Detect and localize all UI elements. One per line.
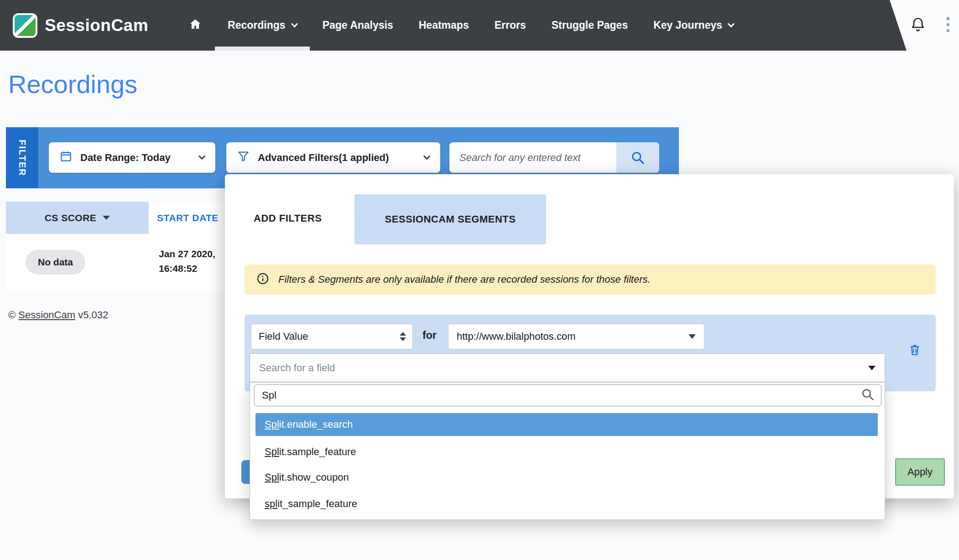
start-date-value: Jan 27 2020, 16:48:52: [159, 247, 215, 276]
chevron-down-icon: [728, 21, 735, 28]
option-match-text: Spl: [265, 419, 279, 430]
notifications-bell-icon[interactable]: [910, 16, 926, 35]
nav-item-page-analysis[interactable]: Page Analysis: [323, 0, 393, 51]
field-option-split-enable-search[interactable]: Split.enable_search: [255, 413, 878, 436]
for-label: for: [422, 329, 437, 342]
select-arrow-icon: [688, 334, 696, 339]
field-type-value: Field Value: [259, 331, 308, 342]
copyright-symbol: ©: [8, 309, 18, 321]
info-banner: Filters & Segments are only available if…: [245, 264, 936, 295]
nav-item-struggle-pages[interactable]: Struggle Pages: [552, 0, 628, 51]
text-search-field: [449, 142, 659, 173]
combobox-arrow-icon: [868, 366, 876, 370]
text-search-input[interactable]: [449, 142, 616, 173]
footer: © SessionCam v5.032: [8, 309, 108, 321]
nav-home[interactable]: [188, 0, 202, 51]
site-select[interactable]: http://www.bilalphotos.com: [448, 324, 704, 349]
option-rest-text: it.sample_feature: [279, 446, 356, 458]
field-dropdown-list: Split.enable_search Split.sample_feature…: [250, 382, 885, 520]
field-option-split-sample-feature-lower[interactable]: split_sample_feature: [255, 493, 878, 515]
cs-score-label: CS SCORE: [45, 213, 97, 223]
start-date-label: START DATE: [157, 213, 219, 223]
advanced-filters-label: Advanced Filters(1 applied): [258, 152, 389, 164]
field-option-split-sample-feature[interactable]: Split.sample_feature: [255, 441, 878, 463]
nav-item-label: Recordings: [228, 19, 286, 31]
field-search-combobox[interactable]: Search for a field: [250, 353, 885, 382]
nav-item-label: Page Analysis: [323, 19, 393, 31]
brand-name: SessionCam: [45, 16, 148, 35]
page: SessionCam Recordings Page Analysis Heat…: [0, 0, 959, 560]
option-rest-text: it_sample_feature: [277, 498, 357, 510]
funnel-icon: [237, 150, 250, 165]
date-range-button[interactable]: Date Range: Today: [49, 142, 215, 173]
nav-item-label: Heatmaps: [419, 19, 469, 31]
kebab-menu-icon[interactable]: [945, 16, 951, 36]
option-rest-text: it.enable_search: [279, 419, 353, 430]
page-title: Recordings: [8, 69, 137, 99]
cs-score-badge: No data: [26, 250, 85, 275]
advanced-filters-button[interactable]: Advanced Filters(1 applied): [226, 142, 440, 173]
option-rest-text: it.show_coupon: [279, 472, 349, 483]
nav-item-errors[interactable]: Errors: [495, 0, 526, 51]
start-date-line1: Jan 27 2020,: [159, 247, 215, 261]
apply-button[interactable]: Apply: [895, 458, 945, 486]
top-nav: SessionCam Recordings Page Analysis Heat…: [0, 0, 959, 51]
field-search-placeholder: Search for a field: [259, 362, 335, 374]
field-search-input[interactable]: [255, 389, 861, 401]
field-option-split-show-coupon[interactable]: Split.show_coupon: [255, 466, 878, 489]
info-icon: [256, 272, 269, 287]
search-icon: [861, 388, 875, 403]
nav-item-label: Struggle Pages: [552, 19, 628, 31]
nav-menu: Recordings Page Analysis Heatmaps Errors…: [188, 0, 734, 51]
home-icon: [188, 17, 202, 34]
calendar-icon: [60, 150, 72, 165]
sessioncam-logo-icon: [13, 13, 37, 38]
date-range-label: Date Range: Today: [80, 152, 171, 164]
search-button[interactable]: [616, 142, 659, 173]
brand[interactable]: SessionCam: [13, 13, 148, 38]
nav-item-heatmaps[interactable]: Heatmaps: [419, 0, 469, 51]
filter-tab-label: FILTER: [17, 140, 27, 176]
nav-item-recordings[interactable]: Recordings: [228, 0, 297, 51]
tab-add-filters[interactable]: ADD FILTERS: [254, 213, 322, 224]
select-spinner-icon: [400, 332, 406, 341]
chevron-down-icon: [423, 153, 431, 160]
nav-item-label: Key Journeys: [653, 19, 722, 31]
info-banner-text: Filters & Segments are only available if…: [278, 274, 651, 285]
tab-sessioncam-segments[interactable]: SESSIONCAM SEGMENTS: [354, 194, 546, 244]
option-match-text: Spl: [265, 472, 279, 483]
footer-sessioncam-link[interactable]: SessionCam: [18, 309, 75, 321]
filter-side-tab[interactable]: FILTER: [6, 127, 38, 188]
nav-item-label: Errors: [495, 19, 526, 31]
chevron-down-icon: [291, 21, 298, 28]
version-label: v5.032: [75, 309, 108, 321]
sort-caret-icon: [103, 216, 110, 220]
field-type-select[interactable]: Field Value: [251, 324, 413, 349]
option-match-text: Spl: [265, 446, 279, 458]
advanced-filters-panel: ADD FILTERS SESSIONCAM SEGMENTS Filters …: [225, 174, 954, 498]
column-header-cs-score[interactable]: CS SCORE: [6, 202, 149, 234]
chevron-down-icon: [198, 153, 206, 160]
delete-filter-button[interactable]: [907, 342, 922, 359]
option-match-text: spl: [265, 498, 277, 510]
site-value: http://www.bilalphotos.com: [457, 331, 575, 342]
field-search-box: [254, 384, 881, 406]
nav-corner: [890, 0, 959, 51]
nav-item-key-journeys[interactable]: Key Journeys: [653, 0, 734, 51]
start-date-line2: 16:48:52: [159, 261, 215, 276]
